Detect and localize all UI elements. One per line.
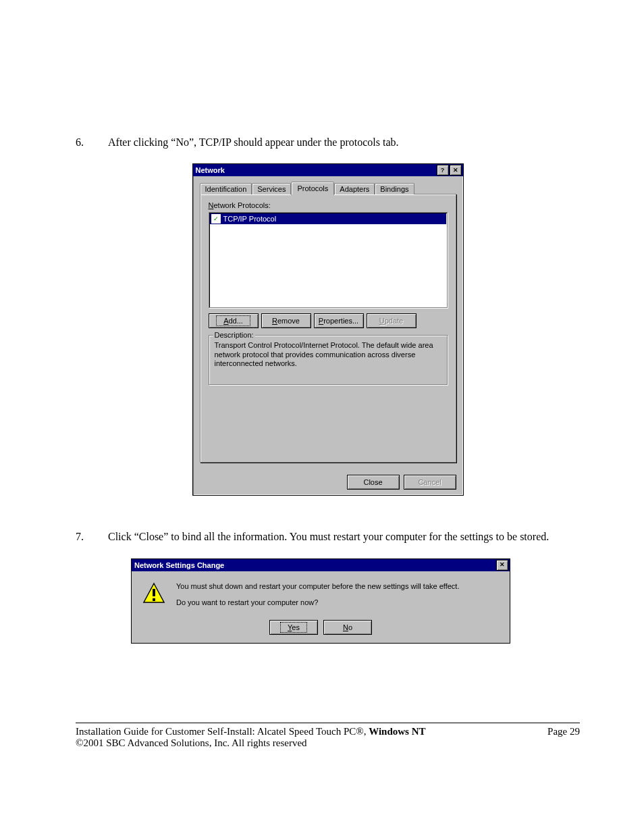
properties-button[interactable]: Properties... — [314, 313, 364, 328]
page-number: Page 29 — [547, 726, 580, 749]
description-fieldset: Description: Transport Control Protocol/… — [209, 335, 448, 385]
description-legend: Description: — [213, 331, 255, 339]
svg-rect-2 — [153, 598, 155, 601]
titlebar[interactable]: Network ? ✕ — [193, 164, 463, 176]
yes-button[interactable]: Yes — [269, 620, 318, 635]
close-button[interactable]: Close — [347, 475, 400, 490]
close-icon[interactable]: ✕ — [450, 165, 462, 176]
step-number: 6. — [76, 135, 108, 150]
footer-line1-left: Installation Guide for Customer Self-Ins… — [76, 726, 369, 737]
protocol-icon: ✓ — [211, 214, 221, 224]
footer-line2: ©2001 SBC Advanced Solutions, Inc. All r… — [76, 737, 426, 749]
tab-panel: Network Protocols: ✓ TCP/IP Protocol Add… — [200, 194, 456, 463]
tab-protocols[interactable]: Protocols — [291, 182, 334, 195]
svg-rect-1 — [153, 589, 155, 596]
titlebar[interactable]: Network Settings Change ✕ — [132, 559, 510, 571]
list-item[interactable]: ✓ TCP/IP Protocol — [210, 213, 446, 224]
page-footer: Installation Guide for Customer Self-Ins… — [76, 723, 580, 749]
cancel-button: Cancel — [404, 475, 456, 490]
protocols-listbox[interactable]: ✓ TCP/IP Protocol — [209, 212, 448, 308]
close-icon[interactable]: ✕ — [496, 560, 508, 571]
step-number: 7. — [76, 529, 108, 544]
warning-icon — [142, 582, 165, 605]
step-text: Click “Close” to bind all the informatio… — [108, 529, 580, 544]
dialog-title: Network Settings Change — [134, 561, 224, 569]
list-item-label: TCP/IP Protocol — [223, 215, 277, 223]
tab-bindings[interactable]: Bindings — [375, 183, 414, 194]
step-7: 7. Click “Close” to bind all the informa… — [76, 529, 580, 544]
add-button[interactable]: Add... — [209, 313, 259, 328]
tab-row: Identification Services Protocols Adapte… — [200, 182, 456, 194]
help-button[interactable]: ? — [437, 165, 449, 176]
step-text: After clicking “No”, TCP/IP should appea… — [108, 135, 580, 150]
message-line1: You must shut down and restart your comp… — [176, 582, 459, 590]
dialog-title: Network — [196, 166, 225, 174]
description-text: Transport Control Protocol/Internet Prot… — [215, 341, 441, 368]
no-button[interactable]: No — [323, 620, 372, 635]
protocols-label: Network Protocols: — [209, 201, 448, 209]
footer-line1-bold: Windows NT — [369, 726, 425, 737]
tab-adapters[interactable]: Adapters — [334, 183, 375, 194]
restart-messagebox: Network Settings Change ✕ You must shut … — [131, 558, 510, 644]
tab-services[interactable]: Services — [252, 183, 291, 194]
tab-identification[interactable]: Identification — [200, 183, 252, 194]
step-6: 6. After clicking “No”, TCP/IP should ap… — [76, 135, 580, 150]
update-button: Update — [367, 313, 417, 328]
network-dialog: Network ? ✕ Identification Services Prot… — [192, 163, 464, 496]
message-line2: Do you want to restart your computer now… — [176, 598, 459, 606]
remove-button[interactable]: Remove — [261, 313, 311, 328]
